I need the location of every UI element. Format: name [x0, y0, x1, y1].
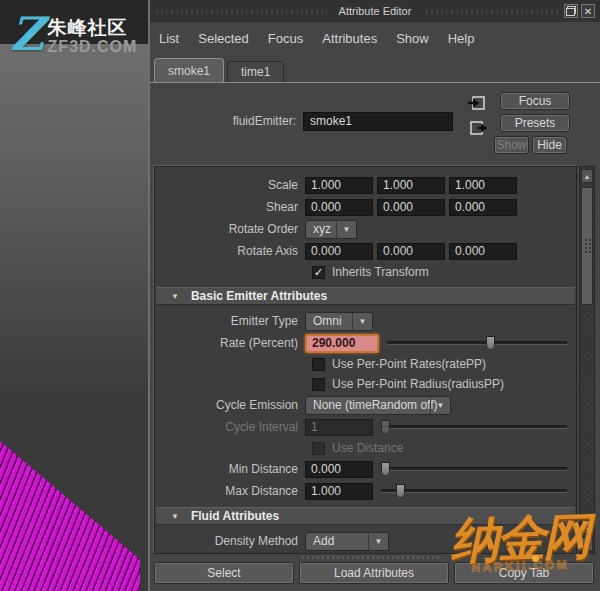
min-distance-row: Min Distance: [155, 458, 576, 480]
focus-button[interactable]: Focus: [500, 92, 570, 110]
cycle-emission-value: None (timeRandom off): [306, 398, 430, 412]
menu-help[interactable]: Help: [448, 31, 475, 46]
tab-time1[interactable]: time1: [227, 61, 284, 82]
section-title: Fluid Attributes: [191, 509, 279, 523]
scale-x-field[interactable]: [305, 177, 373, 194]
screen: Z 朱峰社区 ZF3D.COM Attribute Editor ✕ List …: [0, 0, 600, 591]
scroll-up-icon: ▲: [584, 524, 591, 531]
inherits-transform-row: ✓ Inherits Transform: [155, 262, 576, 282]
shear-y-field[interactable]: [377, 199, 445, 216]
select-button[interactable]: Select: [154, 562, 294, 584]
slider-handle[interactable]: [486, 336, 495, 350]
inherits-transform-label: Inherits Transform: [332, 265, 429, 279]
slider-handle[interactable]: [396, 484, 405, 498]
presets-button[interactable]: Presets: [500, 114, 570, 132]
scrollbar-thumb[interactable]: [581, 187, 593, 305]
restore-button[interactable]: [564, 4, 578, 18]
node-type-label: fluidEmitter:: [150, 114, 303, 128]
close-button[interactable]: ✕: [581, 4, 595, 18]
cycle-emission-row: Cycle Emission None (timeRandom off) ▼: [155, 394, 576, 416]
use-distance-row: Use Distance: [155, 438, 576, 458]
rotate-axis-y-field[interactable]: [377, 243, 445, 260]
min-distance-field[interactable]: [305, 461, 373, 478]
node-name-input[interactable]: [303, 112, 453, 131]
load-output-icon[interactable]: [470, 120, 488, 137]
vertical-scrollbar[interactable]: ▲ ▲ ▼: [579, 166, 595, 554]
cycle-interval-label: Cycle Interval: [155, 420, 305, 434]
inherits-transform-checkbox[interactable]: ✓: [312, 266, 325, 279]
emitter-type-row: Emitter Type Omni ▼: [155, 310, 576, 332]
use-rate-pp-label: Use Per-Point Rates(ratePP): [332, 357, 486, 371]
restore-icon: [566, 6, 576, 16]
scale-z-field[interactable]: [449, 177, 517, 194]
chevron-down-icon: ▼: [368, 533, 388, 550]
chevron-down-icon: ▼: [430, 397, 450, 414]
menu-selected[interactable]: Selected: [198, 31, 249, 46]
scroll-up-button[interactable]: ▲: [581, 169, 593, 183]
section-basic-emitter-attributes[interactable]: ▼ Basic Emitter Attributes: [156, 287, 575, 305]
menu-focus[interactable]: Focus: [268, 31, 303, 46]
use-radius-pp-checkbox[interactable]: [312, 378, 325, 391]
scale-y-field[interactable]: [377, 177, 445, 194]
rotate-axis-x-field[interactable]: [305, 243, 373, 260]
min-distance-label: Min Distance: [155, 462, 305, 476]
scale-label: Scale: [155, 178, 305, 192]
rotate-axis-label: Rotate Axis: [155, 244, 305, 258]
cycle-interval-field: [305, 419, 373, 436]
scale-row: Scale: [155, 174, 576, 196]
menu-list[interactable]: List: [159, 31, 179, 46]
rate-percent-field[interactable]: [305, 334, 379, 353]
cycle-emission-dropdown[interactable]: None (timeRandom off) ▼: [305, 396, 451, 415]
menu-attributes[interactable]: Attributes: [322, 31, 377, 46]
emitter-type-dropdown[interactable]: Omni ▼: [305, 312, 373, 331]
zf3d-logo-title: 朱峰社区: [48, 18, 138, 38]
max-distance-row: Max Distance: [155, 480, 576, 502]
use-distance-checkbox: [312, 442, 325, 455]
rotate-order-label: Rotate Order: [155, 222, 305, 236]
max-distance-slider[interactable]: [381, 489, 567, 493]
window-title: Attribute Editor: [327, 5, 424, 17]
cycle-interval-row: Cycle Interval: [155, 416, 576, 438]
density-method-value: Add: [306, 534, 368, 548]
hide-button[interactable]: Hide: [532, 136, 567, 154]
density-method-dropdown[interactable]: Add ▼: [305, 532, 389, 551]
copy-tab-button[interactable]: Copy Tab: [454, 562, 594, 584]
chevron-down-icon: ▼: [352, 313, 372, 330]
use-rate-pp-row: Use Per-Point Rates(ratePP): [155, 354, 576, 374]
density-method-label: Density Method: [155, 534, 305, 548]
show-button[interactable]: Show: [494, 136, 529, 154]
section-collapse-icon: ▼: [171, 292, 179, 301]
viewport-area: Z 朱峰社区 ZF3D.COM: [0, 0, 148, 591]
load-input-icon[interactable]: [468, 95, 486, 112]
zf3d-logo-z-icon: Z: [10, 12, 44, 56]
rotate-axis-z-field[interactable]: [449, 243, 517, 260]
min-distance-slider[interactable]: [381, 467, 567, 471]
rotate-axis-row: Rotate Axis: [155, 240, 576, 262]
tab-smoke1[interactable]: smoke1: [154, 58, 224, 82]
footer-buttons: Select Load Attributes Copy Tab: [154, 562, 594, 584]
shear-z-field[interactable]: [449, 199, 517, 216]
rate-percent-row: Rate (Percent): [155, 332, 576, 354]
density-method-row: Density Method Add ▼: [155, 530, 576, 552]
shear-x-field[interactable]: [305, 199, 373, 216]
rotate-order-row: Rotate Order xyz ▼: [155, 218, 576, 240]
use-radius-pp-label: Use Per-Point Radius(radiusPP): [332, 377, 504, 391]
menubar: List Selected Focus Attributes Show Help: [150, 22, 600, 54]
scroll-up-button-bottom[interactable]: ▲: [581, 520, 593, 534]
load-attributes-button[interactable]: Load Attributes: [299, 562, 449, 584]
scroll-down-button[interactable]: ▼: [581, 537, 593, 551]
cycle-interval-slider: [381, 425, 567, 429]
section-fluid-attributes[interactable]: ▼ Fluid Attributes: [156, 507, 575, 525]
use-distance-label: Use Distance: [332, 441, 403, 455]
splitter-grip[interactable]: [302, 556, 442, 559]
watermark-ring-icon: [532, 555, 539, 562]
menu-show[interactable]: Show: [396, 31, 429, 46]
use-rate-pp-checkbox[interactable]: [312, 358, 325, 371]
max-distance-field[interactable]: [305, 483, 373, 500]
rotate-order-dropdown[interactable]: xyz ▼: [305, 220, 357, 239]
titlebar[interactable]: Attribute Editor ✕: [150, 0, 600, 22]
slider-handle[interactable]: [381, 462, 390, 476]
rate-percent-slider[interactable]: [387, 341, 567, 345]
rotate-order-value: xyz: [306, 222, 336, 236]
use-radius-pp-row: Use Per-Point Radius(radiusPP): [155, 374, 576, 394]
